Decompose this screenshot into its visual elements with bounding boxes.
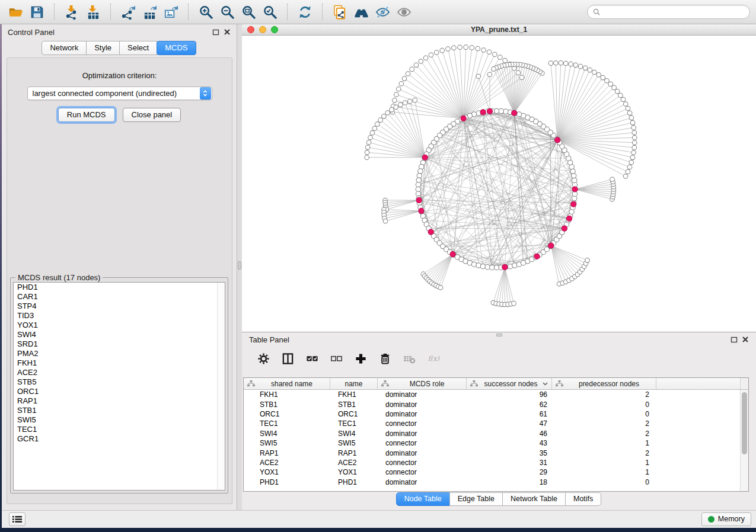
- network-node[interactable]: [390, 108, 394, 113]
- network-node[interactable]: [630, 155, 635, 160]
- mcds-result-item[interactable]: GCR1: [14, 434, 225, 444]
- cell-shared-name[interactable]: STB1: [244, 400, 330, 409]
- network-node[interactable]: [452, 46, 457, 50]
- table-row[interactable]: RAP1RAP1dominator352: [244, 448, 748, 457]
- cell-predecessor-nodes[interactable]: 2: [552, 430, 656, 438]
- cell-mcds-role[interactable]: connector: [378, 419, 467, 428]
- network-node[interactable]: [487, 50, 492, 55]
- network-node[interactable]: [632, 140, 637, 145]
- optimization-criterion-select[interactable]: largest connected component (undirected): [27, 86, 212, 100]
- network-node[interactable]: [485, 265, 490, 270]
- mcds-result-item[interactable]: STB1: [14, 406, 225, 415]
- cell-predecessor-nodes[interactable]: 1: [552, 468, 656, 476]
- cell-predecessor-nodes[interactable]: 0: [552, 410, 656, 418]
- save-session-button[interactable]: [27, 2, 46, 21]
- network-node[interactable]: [563, 61, 568, 66]
- network-node[interactable]: [402, 76, 407, 81]
- cell-predecessor-nodes[interactable]: 1: [552, 459, 656, 467]
- mcds-result-item[interactable]: SRD1: [14, 339, 225, 349]
- close-panel-button[interactable]: Close panel: [123, 108, 181, 122]
- column-header-MCDS-role[interactable]: MCDS role: [378, 378, 467, 389]
- search-box[interactable]: [587, 5, 750, 19]
- network-node[interactable]: [499, 108, 503, 113]
- network-node[interactable]: [375, 122, 380, 127]
- network-node[interactable]: [519, 75, 524, 80]
- network-hub-node[interactable]: [571, 201, 576, 207]
- network-node[interactable]: [396, 87, 401, 92]
- network-node[interactable]: [601, 75, 605, 80]
- cell-mcds-role[interactable]: dominator: [378, 449, 467, 457]
- network-hub-node[interactable]: [480, 110, 486, 115]
- cell-mcds-role[interactable]: dominator: [378, 400, 467, 409]
- zoom-out-button[interactable]: [218, 2, 237, 21]
- show-selection-button[interactable]: [394, 2, 413, 21]
- cell-name[interactable]: SWI4: [330, 430, 378, 438]
- network-node[interactable]: [631, 150, 636, 155]
- network-node[interactable]: [417, 173, 422, 178]
- memory-button[interactable]: Memory: [701, 512, 751, 526]
- cell-name[interactable]: RAP1: [330, 449, 378, 457]
- network-node[interactable]: [416, 182, 420, 187]
- network-node[interactable]: [418, 169, 423, 174]
- columns-button[interactable]: [280, 351, 295, 366]
- network-node[interactable]: [382, 114, 387, 119]
- network-node[interactable]: [578, 64, 583, 69]
- cell-shared-name[interactable]: YOX1: [244, 468, 330, 476]
- network-node[interactable]: [631, 126, 636, 130]
- network-node[interactable]: [626, 106, 630, 111]
- table-scrollbar-thumb[interactable]: [742, 392, 747, 454]
- cell-shared-name[interactable]: FKH1: [244, 390, 330, 399]
- network-node[interactable]: [494, 265, 499, 270]
- network-node[interactable]: [480, 264, 485, 268]
- gear-button[interactable]: [256, 351, 270, 366]
- network-node[interactable]: [615, 89, 620, 94]
- network-node[interactable]: [608, 82, 613, 86]
- cell-mcds-role[interactable]: connector: [378, 459, 467, 467]
- tab-network[interactable]: Network: [42, 41, 87, 55]
- network-node[interactable]: [385, 111, 390, 116]
- select-all-button[interactable]: [305, 351, 319, 366]
- table-row[interactable]: FKH1FKH1dominator962: [244, 390, 748, 399]
- cell-name[interactable]: ORC1: [330, 410, 378, 418]
- mcds-result-item[interactable]: STP4: [14, 302, 225, 311]
- cell-predecessor-nodes[interactable]: 0: [552, 478, 656, 486]
- network-node[interactable]: [592, 70, 597, 75]
- network-node[interactable]: [383, 219, 388, 223]
- tab-motifs[interactable]: Motifs: [565, 492, 601, 506]
- network-node[interactable]: [408, 99, 413, 104]
- cell-name[interactable]: TEC1: [330, 419, 378, 428]
- network-node[interactable]: [583, 66, 588, 70]
- refresh-button[interactable]: [295, 2, 314, 21]
- cell-mcds-role[interactable]: dominator: [378, 410, 467, 418]
- cell-shared-name[interactable]: ORC1: [244, 410, 330, 418]
- cell-shared-name[interactable]: TEC1: [244, 419, 330, 428]
- cell-mcds-role[interactable]: dominator: [378, 430, 467, 438]
- mcds-result-item[interactable]: TID3: [14, 311, 225, 321]
- zoom-fit-button[interactable]: [239, 2, 258, 21]
- cell-successor-nodes[interactable]: 29: [467, 468, 552, 476]
- network-node[interactable]: [493, 52, 497, 57]
- network-node[interactable]: [440, 48, 445, 53]
- network-node[interactable]: [627, 111, 632, 116]
- network-node[interactable]: [629, 160, 634, 165]
- network-node[interactable]: [572, 178, 577, 182]
- network-node[interactable]: [512, 301, 516, 306]
- network-node[interactable]: [416, 187, 420, 191]
- cell-shared-name[interactable]: SWI5: [244, 439, 330, 447]
- network-node[interactable]: [476, 263, 481, 268]
- export-network-button[interactable]: [119, 2, 138, 21]
- network-node[interactable]: [458, 45, 462, 50]
- network-hub-node[interactable]: [461, 116, 466, 121]
- cell-successor-nodes[interactable]: 46: [467, 430, 552, 438]
- network-node[interactable]: [414, 63, 419, 68]
- cell-mcds-role[interactable]: dominator: [378, 478, 467, 486]
- network-node[interactable]: [487, 72, 492, 77]
- table-panel-grip[interactable]: [496, 334, 502, 336]
- cell-name[interactable]: STB1: [330, 400, 378, 409]
- cell-shared-name[interactable]: SWI4: [244, 430, 330, 438]
- export-image-button[interactable]: [161, 2, 180, 21]
- network-hub-node[interactable]: [548, 243, 554, 248]
- column-header-successor-nodes[interactable]: successor nodes: [467, 378, 552, 389]
- network-node[interactable]: [627, 165, 632, 169]
- network-hub-node[interactable]: [566, 216, 572, 221]
